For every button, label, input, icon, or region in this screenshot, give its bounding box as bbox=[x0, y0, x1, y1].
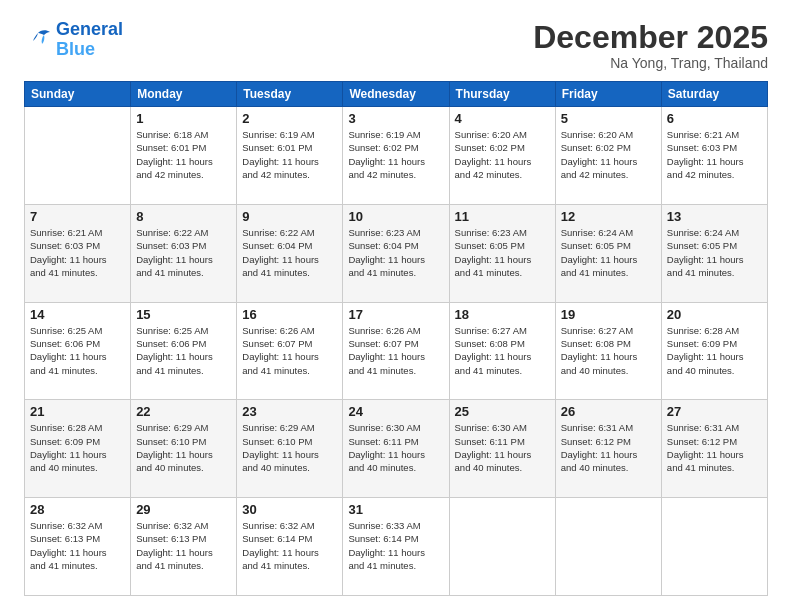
table-row: 18Sunrise: 6:27 AM Sunset: 6:08 PM Dayli… bbox=[449, 302, 555, 400]
day-info: Sunrise: 6:26 AM Sunset: 6:07 PM Dayligh… bbox=[348, 324, 443, 377]
table-row: 21Sunrise: 6:28 AM Sunset: 6:09 PM Dayli… bbox=[25, 400, 131, 498]
day-info: Sunrise: 6:19 AM Sunset: 6:02 PM Dayligh… bbox=[348, 128, 443, 181]
day-info: Sunrise: 6:20 AM Sunset: 6:02 PM Dayligh… bbox=[455, 128, 550, 181]
col-monday: Monday bbox=[131, 82, 237, 107]
day-number: 13 bbox=[667, 209, 762, 224]
col-friday: Friday bbox=[555, 82, 661, 107]
table-row: 16Sunrise: 6:26 AM Sunset: 6:07 PM Dayli… bbox=[237, 302, 343, 400]
col-saturday: Saturday bbox=[661, 82, 767, 107]
day-number: 30 bbox=[242, 502, 337, 517]
day-info: Sunrise: 6:32 AM Sunset: 6:13 PM Dayligh… bbox=[136, 519, 231, 572]
table-row: 4Sunrise: 6:20 AM Sunset: 6:02 PM Daylig… bbox=[449, 107, 555, 205]
col-wednesday: Wednesday bbox=[343, 82, 449, 107]
table-row: 20Sunrise: 6:28 AM Sunset: 6:09 PM Dayli… bbox=[661, 302, 767, 400]
table-row: 6Sunrise: 6:21 AM Sunset: 6:03 PM Daylig… bbox=[661, 107, 767, 205]
day-info: Sunrise: 6:29 AM Sunset: 6:10 PM Dayligh… bbox=[242, 421, 337, 474]
table-row bbox=[449, 498, 555, 596]
table-row: 19Sunrise: 6:27 AM Sunset: 6:08 PM Dayli… bbox=[555, 302, 661, 400]
day-info: Sunrise: 6:25 AM Sunset: 6:06 PM Dayligh… bbox=[30, 324, 125, 377]
day-info: Sunrise: 6:23 AM Sunset: 6:05 PM Dayligh… bbox=[455, 226, 550, 279]
col-tuesday: Tuesday bbox=[237, 82, 343, 107]
day-number: 2 bbox=[242, 111, 337, 126]
day-number: 10 bbox=[348, 209, 443, 224]
page: General Blue December 2025 Na Yong, Tran… bbox=[0, 0, 792, 612]
day-number: 5 bbox=[561, 111, 656, 126]
table-row: 11Sunrise: 6:23 AM Sunset: 6:05 PM Dayli… bbox=[449, 204, 555, 302]
table-row bbox=[555, 498, 661, 596]
day-info: Sunrise: 6:27 AM Sunset: 6:08 PM Dayligh… bbox=[455, 324, 550, 377]
header: General Blue December 2025 Na Yong, Tran… bbox=[24, 20, 768, 71]
day-info: Sunrise: 6:26 AM Sunset: 6:07 PM Dayligh… bbox=[242, 324, 337, 377]
day-info: Sunrise: 6:20 AM Sunset: 6:02 PM Dayligh… bbox=[561, 128, 656, 181]
col-thursday: Thursday bbox=[449, 82, 555, 107]
table-row: 27Sunrise: 6:31 AM Sunset: 6:12 PM Dayli… bbox=[661, 400, 767, 498]
day-number: 20 bbox=[667, 307, 762, 322]
day-info: Sunrise: 6:24 AM Sunset: 6:05 PM Dayligh… bbox=[667, 226, 762, 279]
day-info: Sunrise: 6:31 AM Sunset: 6:12 PM Dayligh… bbox=[667, 421, 762, 474]
table-row: 29Sunrise: 6:32 AM Sunset: 6:13 PM Dayli… bbox=[131, 498, 237, 596]
table-row: 7Sunrise: 6:21 AM Sunset: 6:03 PM Daylig… bbox=[25, 204, 131, 302]
table-row: 17Sunrise: 6:26 AM Sunset: 6:07 PM Dayli… bbox=[343, 302, 449, 400]
day-number: 4 bbox=[455, 111, 550, 126]
day-info: Sunrise: 6:31 AM Sunset: 6:12 PM Dayligh… bbox=[561, 421, 656, 474]
day-info: Sunrise: 6:21 AM Sunset: 6:03 PM Dayligh… bbox=[30, 226, 125, 279]
calendar-week-1: 1Sunrise: 6:18 AM Sunset: 6:01 PM Daylig… bbox=[25, 107, 768, 205]
table-row: 3Sunrise: 6:19 AM Sunset: 6:02 PM Daylig… bbox=[343, 107, 449, 205]
day-number: 23 bbox=[242, 404, 337, 419]
day-info: Sunrise: 6:28 AM Sunset: 6:09 PM Dayligh… bbox=[667, 324, 762, 377]
logo-icon bbox=[24, 29, 52, 51]
day-number: 14 bbox=[30, 307, 125, 322]
table-row bbox=[25, 107, 131, 205]
table-row: 5Sunrise: 6:20 AM Sunset: 6:02 PM Daylig… bbox=[555, 107, 661, 205]
calendar-week-2: 7Sunrise: 6:21 AM Sunset: 6:03 PM Daylig… bbox=[25, 204, 768, 302]
logo: General Blue bbox=[24, 20, 123, 60]
col-sunday: Sunday bbox=[25, 82, 131, 107]
day-number: 17 bbox=[348, 307, 443, 322]
day-info: Sunrise: 6:27 AM Sunset: 6:08 PM Dayligh… bbox=[561, 324, 656, 377]
day-number: 26 bbox=[561, 404, 656, 419]
header-row: Sunday Monday Tuesday Wednesday Thursday… bbox=[25, 82, 768, 107]
day-number: 19 bbox=[561, 307, 656, 322]
table-row: 14Sunrise: 6:25 AM Sunset: 6:06 PM Dayli… bbox=[25, 302, 131, 400]
title-block: December 2025 Na Yong, Trang, Thailand bbox=[533, 20, 768, 71]
day-info: Sunrise: 6:32 AM Sunset: 6:14 PM Dayligh… bbox=[242, 519, 337, 572]
day-number: 21 bbox=[30, 404, 125, 419]
logo-text-line2: Blue bbox=[56, 40, 123, 60]
day-info: Sunrise: 6:30 AM Sunset: 6:11 PM Dayligh… bbox=[455, 421, 550, 474]
table-row: 9Sunrise: 6:22 AM Sunset: 6:04 PM Daylig… bbox=[237, 204, 343, 302]
day-info: Sunrise: 6:22 AM Sunset: 6:04 PM Dayligh… bbox=[242, 226, 337, 279]
day-info: Sunrise: 6:29 AM Sunset: 6:10 PM Dayligh… bbox=[136, 421, 231, 474]
table-row: 30Sunrise: 6:32 AM Sunset: 6:14 PM Dayli… bbox=[237, 498, 343, 596]
day-info: Sunrise: 6:30 AM Sunset: 6:11 PM Dayligh… bbox=[348, 421, 443, 474]
calendar-week-3: 14Sunrise: 6:25 AM Sunset: 6:06 PM Dayli… bbox=[25, 302, 768, 400]
day-number: 18 bbox=[455, 307, 550, 322]
month-title: December 2025 bbox=[533, 20, 768, 55]
location-subtitle: Na Yong, Trang, Thailand bbox=[533, 55, 768, 71]
day-number: 22 bbox=[136, 404, 231, 419]
day-number: 28 bbox=[30, 502, 125, 517]
calendar-table: Sunday Monday Tuesday Wednesday Thursday… bbox=[24, 81, 768, 596]
day-info: Sunrise: 6:32 AM Sunset: 6:13 PM Dayligh… bbox=[30, 519, 125, 572]
day-number: 7 bbox=[30, 209, 125, 224]
day-number: 3 bbox=[348, 111, 443, 126]
day-info: Sunrise: 6:19 AM Sunset: 6:01 PM Dayligh… bbox=[242, 128, 337, 181]
day-number: 25 bbox=[455, 404, 550, 419]
day-info: Sunrise: 6:28 AM Sunset: 6:09 PM Dayligh… bbox=[30, 421, 125, 474]
day-number: 8 bbox=[136, 209, 231, 224]
day-info: Sunrise: 6:18 AM Sunset: 6:01 PM Dayligh… bbox=[136, 128, 231, 181]
day-number: 16 bbox=[242, 307, 337, 322]
table-row: 2Sunrise: 6:19 AM Sunset: 6:01 PM Daylig… bbox=[237, 107, 343, 205]
day-info: Sunrise: 6:33 AM Sunset: 6:14 PM Dayligh… bbox=[348, 519, 443, 572]
table-row: 26Sunrise: 6:31 AM Sunset: 6:12 PM Dayli… bbox=[555, 400, 661, 498]
day-number: 9 bbox=[242, 209, 337, 224]
table-row: 22Sunrise: 6:29 AM Sunset: 6:10 PM Dayli… bbox=[131, 400, 237, 498]
calendar-week-5: 28Sunrise: 6:32 AM Sunset: 6:13 PM Dayli… bbox=[25, 498, 768, 596]
table-row: 23Sunrise: 6:29 AM Sunset: 6:10 PM Dayli… bbox=[237, 400, 343, 498]
table-row: 28Sunrise: 6:32 AM Sunset: 6:13 PM Dayli… bbox=[25, 498, 131, 596]
day-number: 29 bbox=[136, 502, 231, 517]
day-info: Sunrise: 6:22 AM Sunset: 6:03 PM Dayligh… bbox=[136, 226, 231, 279]
day-number: 24 bbox=[348, 404, 443, 419]
table-row: 10Sunrise: 6:23 AM Sunset: 6:04 PM Dayli… bbox=[343, 204, 449, 302]
table-row: 31Sunrise: 6:33 AM Sunset: 6:14 PM Dayli… bbox=[343, 498, 449, 596]
logo-text-line1: General bbox=[56, 20, 123, 40]
